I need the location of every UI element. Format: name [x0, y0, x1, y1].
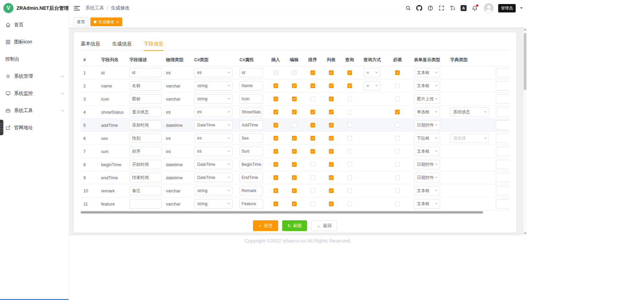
display-type-select[interactable]: 单选框 — [414, 107, 440, 117]
sidebar-item-website[interactable]: 官网地址 — [0, 119, 69, 136]
required-checkbox[interactable] — [395, 97, 400, 101]
csharp-type-select[interactable]: string — [194, 94, 232, 104]
sort-checkbox[interactable] — [310, 162, 315, 167]
display-type-select[interactable]: 图片上传 — [414, 94, 440, 104]
sidebar-item-console[interactable]: 控制台 — [0, 50, 69, 68]
insert-checkbox[interactable] — [273, 162, 278, 167]
csharp-property-input[interactable] — [240, 134, 263, 143]
sort-checkbox[interactable] — [310, 97, 315, 101]
overflow-extra-input[interactable] — [496, 199, 509, 209]
dict-type-select[interactable]: 系统状态 — [450, 107, 489, 117]
back-button[interactable]: ←返回 — [311, 220, 337, 231]
query-checkbox[interactable] — [347, 70, 352, 75]
csharp-property-input[interactable] — [240, 81, 263, 90]
csharp-property-input[interactable] — [240, 147, 263, 156]
query-type-select[interactable]: = — [363, 68, 380, 77]
sort-checkbox[interactable] — [310, 188, 315, 193]
field-desc-input[interactable] — [129, 94, 162, 104]
required-checkbox[interactable] — [395, 188, 400, 193]
list-checkbox[interactable] — [329, 136, 334, 141]
breadcrumb-item[interactable]: 系统工具 — [85, 5, 104, 11]
csharp-type-select[interactable]: DateTime — [194, 120, 232, 130]
display-type-select[interactable]: 日期控件 — [414, 160, 440, 169]
overflow-extra-input[interactable] — [496, 81, 509, 90]
query-checkbox[interactable] — [347, 162, 352, 167]
required-checkbox[interactable] — [395, 123, 400, 127]
csharp-type-select[interactable]: DateTime — [194, 173, 232, 182]
font-size-icon[interactable] — [449, 5, 456, 11]
query-checkbox[interactable] — [347, 97, 352, 101]
query-type-select[interactable]: = — [363, 81, 380, 90]
dict-type-select[interactable]: 请选择 — [450, 134, 489, 143]
help-icon[interactable] — [427, 5, 434, 11]
bell-icon[interactable] — [471, 5, 478, 11]
edit-checkbox[interactable] — [292, 162, 297, 167]
csharp-property-input[interactable] — [240, 107, 263, 117]
overflow-extra-input[interactable] — [496, 186, 509, 195]
list-checkbox[interactable] — [329, 188, 334, 193]
tab-basic[interactable]: 基本信息 — [81, 37, 100, 50]
overflow-extra-input[interactable] — [496, 173, 509, 182]
field-desc-input[interactable] — [129, 68, 162, 77]
display-type-select[interactable]: 文本框 — [414, 147, 440, 156]
sort-checkbox[interactable] — [310, 110, 315, 114]
sort-checkbox[interactable] — [310, 83, 315, 88]
query-checkbox[interactable] — [347, 149, 352, 154]
required-checkbox[interactable] — [395, 175, 400, 180]
required-checkbox[interactable] — [395, 162, 400, 167]
edit-checkbox[interactable] — [292, 136, 297, 141]
csharp-property-input[interactable] — [240, 160, 263, 169]
overflow-extra-input[interactable] — [496, 160, 509, 169]
edit-checkbox[interactable] — [292, 83, 297, 88]
vertical-scrollbar[interactable] — [523, 28, 527, 235]
tab-gen[interactable]: 生成信息 — [112, 37, 132, 50]
list-checkbox[interactable] — [329, 162, 334, 167]
field-desc-input[interactable] — [129, 134, 162, 143]
required-checkbox[interactable] — [395, 83, 400, 88]
insert-checkbox[interactable] — [273, 123, 278, 127]
list-checkbox[interactable] — [329, 175, 334, 180]
overflow-extra-input[interactable] — [496, 147, 509, 156]
overflow-extra-input[interactable] — [496, 120, 509, 130]
insert-checkbox[interactable] — [273, 110, 278, 114]
edit-checkbox[interactable] — [292, 175, 297, 180]
csharp-type-select[interactable]: int — [194, 134, 232, 143]
field-desc-input[interactable] — [129, 173, 162, 182]
query-checkbox[interactable] — [347, 83, 352, 88]
list-checkbox[interactable] — [329, 70, 334, 75]
collapse-sidebar-icon[interactable] — [74, 6, 80, 10]
sort-checkbox[interactable] — [310, 70, 315, 75]
csharp-type-select[interactable]: int — [194, 107, 232, 117]
display-type-select[interactable]: 下拉框 — [414, 134, 440, 143]
edit-checkbox[interactable] — [292, 123, 297, 127]
theme-drawer-handle[interactable] — [0, 120, 3, 135]
list-checkbox[interactable] — [329, 110, 334, 114]
sidebar-item-system-tools[interactable]: 系统工具 — [0, 102, 69, 119]
field-desc-input[interactable] — [129, 199, 162, 209]
required-checkbox[interactable] — [395, 136, 400, 141]
sidebar-item-system-monitor[interactable]: 系统监控 — [0, 85, 69, 102]
insert-checkbox[interactable] — [273, 136, 278, 141]
refresh-button[interactable]: ↻刷新 — [282, 220, 307, 231]
overflow-extra-input[interactable] — [496, 134, 509, 143]
list-checkbox[interactable] — [329, 149, 334, 154]
edit-checkbox[interactable] — [292, 201, 297, 206]
overflow-extra-input[interactable] — [496, 107, 509, 117]
field-desc-input[interactable] — [129, 160, 162, 169]
tag-home[interactable]: 首页 — [74, 17, 88, 26]
insert-checkbox[interactable] — [273, 188, 278, 193]
field-desc-input[interactable] — [129, 81, 162, 90]
field-desc-input[interactable] — [129, 120, 162, 130]
csharp-type-select[interactable]: string — [194, 199, 232, 209]
tag-gen-edit[interactable]: 生成修改× — [90, 17, 122, 26]
list-checkbox[interactable] — [329, 83, 334, 88]
overflow-extra-input[interactable] — [496, 68, 509, 77]
display-type-select[interactable]: 文本框 — [414, 186, 440, 195]
csharp-type-select[interactable]: DateTime — [194, 160, 232, 169]
csharp-property-input[interactable] — [240, 186, 263, 195]
query-checkbox[interactable] — [347, 188, 352, 193]
query-checkbox[interactable] — [347, 136, 352, 141]
insert-checkbox[interactable] — [273, 97, 278, 101]
csharp-property-input[interactable] — [240, 94, 263, 104]
field-desc-input[interactable] — [129, 107, 162, 117]
